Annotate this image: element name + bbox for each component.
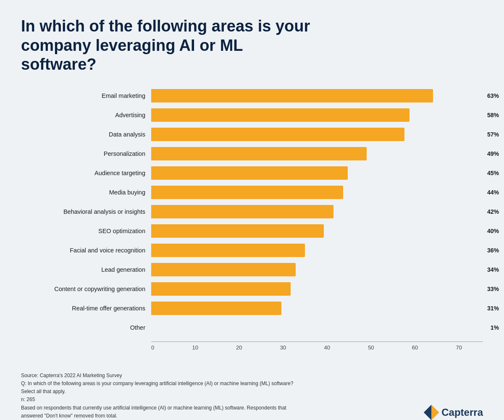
bar-fill (151, 302, 281, 315)
bar-value-label: 58% (487, 112, 499, 118)
bar-value-label: 42% (487, 208, 499, 215)
bar-row: Data analysis57% (21, 126, 483, 143)
bar-track: 57% (151, 128, 483, 141)
bar-row: Personalization49% (21, 145, 483, 163)
bar-value-label: 57% (487, 131, 499, 138)
chart-title: In which of the following areas is your … (21, 17, 315, 74)
bar-track: 42% (151, 205, 483, 218)
capterra-logo: Capterra (424, 405, 483, 420)
bar-value-label: 1% (491, 324, 499, 331)
bar-label: Media buying (21, 189, 151, 196)
bar-fill (151, 128, 404, 141)
bar-row: Media buying44% (21, 184, 483, 201)
footer: Source: Capterra's 2022 AI Marketing Sur… (21, 363, 483, 420)
bar-label: Lead generation (21, 266, 151, 273)
bar-label: Advertising (21, 112, 151, 118)
x-tick: 30 (280, 344, 286, 351)
footnote-line2: Q: In which of the following areas is yo… (21, 381, 293, 394)
bar-label: Personalization (21, 150, 151, 157)
bar-track: 31% (151, 302, 483, 315)
bar-track: 58% (151, 108, 483, 122)
bar-value-label: 36% (487, 247, 499, 254)
bar-row: Lead generation34% (21, 261, 483, 278)
bar-label: Facial and voice recognition (21, 247, 151, 254)
bar-value-label: 31% (487, 305, 499, 312)
bar-row: Content or copywriting generation33% (21, 280, 483, 298)
bar-row: Email marketing63% (21, 87, 483, 105)
bar-track: 63% (151, 89, 483, 102)
footnote-line3: n: 265 (21, 396, 35, 402)
bar-label: Real-time offer generations (21, 305, 151, 312)
bar-value-label: 63% (487, 92, 499, 99)
x-tick: 50 (368, 344, 374, 351)
bar-label: Email marketing (21, 92, 151, 99)
footnote-line1: Source: Capterra's 2022 AI Marketing Sur… (21, 373, 122, 378)
bar-fill (151, 224, 324, 238)
bar-label: SEO optimization (21, 228, 151, 234)
svg-marker-1 (424, 405, 431, 420)
bar-track: 1% (151, 321, 483, 334)
bar-fill (151, 282, 291, 296)
bar-value-label: 44% (487, 189, 499, 196)
bar-label: Behavioral analysis or insights (21, 208, 151, 215)
x-tick: 20 (236, 344, 242, 351)
x-axis: 010203040506070 (151, 341, 483, 351)
bar-fill (151, 89, 433, 102)
footnote: Source: Capterra's 2022 AI Marketing Sur… (21, 372, 307, 420)
bar-fill (151, 263, 296, 276)
bar-row: Audience targeting45% (21, 164, 483, 182)
bar-row: Advertising58% (21, 106, 483, 124)
bar-track: 36% (151, 244, 483, 257)
x-tick: 60 (412, 344, 418, 351)
bar-fill (151, 244, 305, 257)
x-tick: 0 (151, 344, 154, 351)
x-axis-ticks: 010203040506070 (151, 344, 483, 351)
bar-fill (151, 166, 348, 180)
chart-bars: Email marketing63%Advertising58%Data ana… (21, 87, 483, 338)
bar-label: Content or copywriting generation (21, 286, 151, 292)
capterra-logo-text: Capterra (441, 407, 483, 418)
chart-container: Email marketing63%Advertising58%Data ana… (21, 87, 483, 351)
bar-track: 45% (151, 166, 483, 180)
bar-row: SEO optimization40% (21, 222, 483, 240)
bar-label: Other (21, 324, 151, 331)
bar-value-label: 33% (487, 286, 499, 292)
bar-label: Data analysis (21, 131, 151, 138)
bar-track: 44% (151, 186, 483, 199)
bar-fill (151, 186, 343, 199)
bar-track: 40% (151, 224, 483, 238)
bar-fill (151, 108, 410, 122)
bar-row: Real-time offer generations31% (21, 299, 483, 317)
bar-fill (151, 147, 367, 160)
x-tick: 10 (192, 344, 198, 351)
bar-value-label: 45% (487, 170, 499, 176)
bar-track: 49% (151, 147, 483, 160)
bar-label: Audience targeting (21, 170, 151, 176)
footnote-line4: Based on respondents that currently use … (21, 405, 286, 419)
bar-track: 33% (151, 282, 483, 296)
svg-marker-2 (431, 405, 439, 420)
x-tick: 70 (456, 344, 462, 351)
bar-fill (151, 205, 333, 218)
bar-row: Behavioral analysis or insights42% (21, 203, 483, 220)
bar-track: 34% (151, 263, 483, 276)
capterra-icon (424, 405, 439, 420)
bar-value-label: 49% (487, 150, 499, 157)
bar-row: Facial and voice recognition36% (21, 242, 483, 259)
bar-value-label: 34% (487, 266, 499, 273)
x-tick: 40 (324, 344, 330, 351)
bar-row: Other1% (21, 319, 483, 336)
bar-value-label: 40% (487, 228, 499, 234)
